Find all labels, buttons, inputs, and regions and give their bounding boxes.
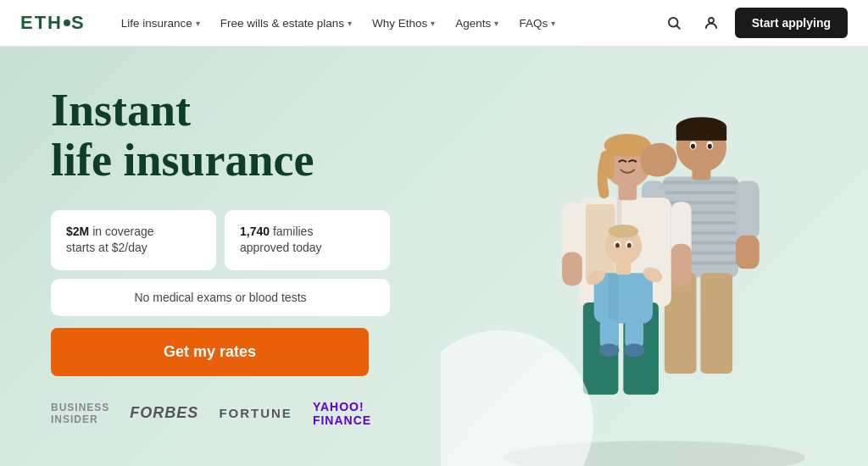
chevron-down-icon: ▾ — [348, 19, 352, 28]
nav-life-insurance-label: Life insurance — [121, 17, 192, 30]
hero-title: Instant life insurance — [51, 86, 390, 186]
svg-rect-7 — [663, 201, 738, 204]
chevron-down-icon: ▾ — [494, 19, 498, 28]
search-button[interactable] — [660, 9, 687, 36]
nav-why-ethos-label: Why Ethos — [372, 17, 427, 30]
get-rates-button[interactable]: Get my rates — [51, 328, 369, 376]
nav-agents-label: Agents — [455, 17, 491, 30]
nav-faqs[interactable]: FAQs ▾ — [510, 12, 564, 35]
svg-point-21 — [708, 144, 712, 149]
press-business-insider: BUSINESSINSIDER — [51, 402, 109, 425]
nav-menu: Life insurance ▾ Free wills & estate pla… — [113, 12, 660, 35]
svg-rect-23 — [736, 180, 760, 239]
svg-rect-43 — [609, 273, 619, 323]
nav-faqs-label: FAQs — [519, 17, 548, 30]
svg-point-46 — [609, 225, 639, 238]
nav-wills-estate-label: Free wills & estate plans — [220, 17, 344, 30]
nav-agents[interactable]: Agents ▾ — [447, 12, 507, 35]
stat-families: 1,740 familiesapproved today — [225, 210, 390, 270]
hero-section: Instant life insurance $2M in coveragest… — [0, 47, 868, 466]
svg-rect-5 — [663, 180, 738, 184]
nav-life-insurance[interactable]: Life insurance ▾ — [113, 12, 209, 35]
no-medical-card: No medical exams or blood tests — [51, 279, 390, 316]
account-button[interactable] — [698, 9, 725, 36]
navbar: ETHS Life insurance ▾ Free wills & estat… — [0, 0, 868, 47]
nav-why-ethos[interactable]: Why Ethos ▾ — [364, 12, 443, 35]
svg-rect-17 — [676, 127, 726, 141]
svg-rect-6 — [663, 191, 738, 194]
svg-point-55 — [599, 343, 620, 357]
svg-rect-27 — [700, 273, 732, 374]
svg-rect-42 — [594, 273, 653, 323]
svg-line-1 — [676, 25, 679, 28]
svg-point-20 — [691, 144, 695, 149]
svg-rect-25 — [736, 236, 760, 269]
chevron-down-icon: ▾ — [431, 19, 435, 28]
nav-wills-estate[interactable]: Free wills & estate plans ▾ — [212, 12, 360, 35]
brand-logo[interactable]: ETHS — [20, 12, 86, 34]
no-medical-text: No medical exams or blood tests — [134, 291, 306, 304]
chevron-down-icon: ▾ — [551, 19, 555, 28]
stat-coverage-highlight: $2M — [66, 225, 89, 238]
stats-grid: $2M in coveragestarts at $2/day 1,740 fa… — [51, 210, 390, 270]
hero-image — [441, 47, 868, 466]
svg-rect-39 — [671, 244, 692, 286]
stat-coverage: $2M in coveragestarts at $2/day — [51, 210, 216, 270]
press-yahoo: yahoo!finance — [313, 400, 371, 427]
svg-rect-38 — [562, 252, 582, 286]
press-logos: BUSINESSINSIDER Forbes FORTUNE yahoo!fin… — [51, 400, 390, 427]
start-applying-button[interactable]: Start applying — [735, 8, 848, 38]
svg-point-50 — [627, 243, 632, 248]
press-forbes: Forbes — [130, 404, 198, 422]
press-fortune: FORTUNE — [219, 406, 292, 420]
svg-point-2 — [709, 18, 714, 23]
svg-point-56 — [624, 343, 644, 357]
hero-content: Instant life insurance $2M in coveragest… — [0, 47, 441, 466]
svg-point-49 — [615, 243, 620, 248]
navbar-actions: Start applying — [660, 8, 848, 38]
stat-families-highlight: 1,740 — [240, 225, 270, 238]
chevron-down-icon: ▾ — [196, 19, 200, 28]
